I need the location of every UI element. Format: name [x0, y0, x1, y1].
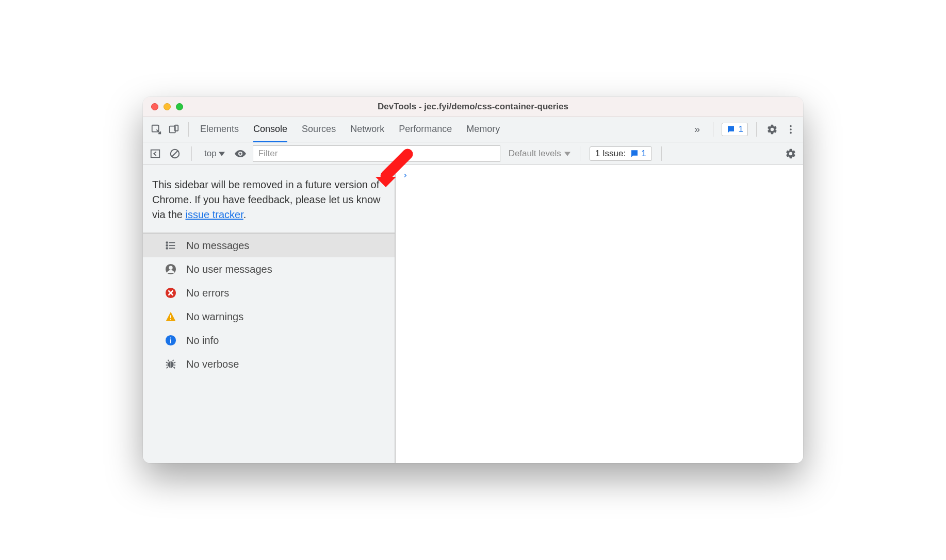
sidebar-item-label: No errors [186, 287, 229, 299]
svg-point-17 [169, 266, 172, 270]
svg-rect-23 [170, 338, 171, 339]
issue-icon [726, 125, 736, 134]
list-icon [165, 239, 177, 252]
devtools-window: DevTools - jec.fyi/demo/css-container-qu… [143, 97, 803, 463]
console-output[interactable]: › [396, 165, 803, 463]
tabs-overflow-button[interactable]: » [690, 122, 705, 137]
clear-console-icon[interactable] [168, 146, 182, 161]
svg-point-9 [239, 153, 241, 155]
warning-icon [165, 310, 177, 323]
settings-icon[interactable] [765, 122, 779, 137]
separator [191, 146, 192, 161]
live-expression-icon[interactable] [233, 146, 248, 161]
svg-point-13 [166, 242, 168, 243]
svg-point-3 [790, 125, 792, 127]
bug-icon [165, 358, 177, 370]
window-zoom-button[interactable] [176, 103, 183, 110]
dropdown-icon [219, 151, 225, 157]
sidebar-filter-list: No messages No user messages No errors [143, 234, 395, 376]
tab-network[interactable]: Network [350, 117, 384, 142]
issues-badge[interactable]: 1 [722, 123, 748, 136]
separator [713, 122, 713, 137]
issues-badge-count: 1 [739, 124, 743, 135]
console-sidebar: This sidebar will be removed in a future… [143, 165, 396, 463]
svg-rect-19 [170, 315, 171, 318]
console-settings-icon[interactable] [784, 146, 798, 161]
console-toolbar: top Default levels 1 Issue: 1 [143, 142, 803, 165]
execution-context-selector[interactable]: top [201, 147, 228, 160]
traffic-lights [151, 103, 183, 110]
svg-rect-20 [170, 319, 171, 320]
console-body: This sidebar will be removed in a future… [143, 165, 803, 463]
window-title: DevTools - jec.fyi/demo/css-container-qu… [143, 102, 803, 112]
svg-line-8 [172, 151, 178, 156]
sidebar-item-label: No verbose [186, 358, 239, 370]
main-toolbar: Elements Console Sources Network Perform… [143, 117, 803, 142]
separator [580, 146, 580, 161]
issues-count: 1 [641, 149, 646, 159]
tab-sources[interactable]: Sources [302, 117, 336, 142]
sidebar-item-warnings[interactable]: No warnings [143, 305, 395, 328]
device-toolbar-icon[interactable] [167, 122, 181, 137]
error-icon [165, 287, 177, 299]
kebab-menu-icon[interactable] [784, 122, 798, 137]
separator [661, 146, 662, 161]
sidebar-item-messages[interactable]: No messages [143, 234, 395, 257]
tab-elements[interactable]: Elements [200, 117, 239, 142]
tab-memory[interactable]: Memory [466, 117, 500, 142]
console-prompt: › [403, 170, 408, 180]
toggle-sidebar-icon[interactable] [148, 146, 162, 161]
sidebar-item-verbose[interactable]: No verbose [143, 352, 395, 376]
info-icon [165, 334, 177, 347]
deprecation-notice: This sidebar will be removed in a future… [143, 165, 395, 234]
svg-rect-6 [151, 150, 160, 157]
svg-point-14 [166, 245, 168, 246]
issues-counter[interactable]: 1 Issue: 1 [590, 146, 652, 161]
inspect-element-icon[interactable] [149, 122, 164, 137]
sidebar-item-label: No warnings [186, 311, 243, 323]
svg-rect-22 [170, 339, 171, 343]
window-close-button[interactable] [151, 103, 158, 110]
separator [188, 122, 189, 137]
titlebar: DevTools - jec.fyi/demo/css-container-qu… [143, 97, 803, 117]
tab-console[interactable]: Console [253, 117, 287, 142]
sidebar-item-label: No info [186, 335, 219, 347]
svg-point-4 [790, 128, 792, 130]
window-minimize-button[interactable] [164, 103, 171, 110]
user-icon [165, 263, 177, 275]
levels-label: Default levels [509, 149, 561, 159]
filter-input[interactable] [253, 145, 500, 162]
sidebar-item-label: No messages [186, 240, 249, 252]
tab-performance[interactable]: Performance [399, 117, 452, 142]
svg-point-5 [790, 131, 792, 134]
panel-tabs: Elements Console Sources Network Perform… [200, 117, 500, 142]
sidebar-item-errors[interactable]: No errors [143, 281, 395, 305]
dropdown-icon [564, 151, 570, 157]
issues-label: 1 Issue: [595, 149, 626, 159]
sidebar-item-label: No user messages [186, 263, 272, 275]
context-label: top [204, 149, 217, 159]
sidebar-item-info[interactable]: No info [143, 328, 395, 352]
svg-point-15 [166, 248, 168, 249]
separator [756, 122, 757, 137]
issue-tracker-link[interactable]: issue tracker [185, 209, 243, 220]
log-levels-selector[interactable]: Default levels [509, 149, 570, 159]
sidebar-item-user-messages[interactable]: No user messages [143, 257, 395, 281]
deprecation-text-end: . [243, 209, 247, 220]
issue-icon [630, 149, 639, 158]
